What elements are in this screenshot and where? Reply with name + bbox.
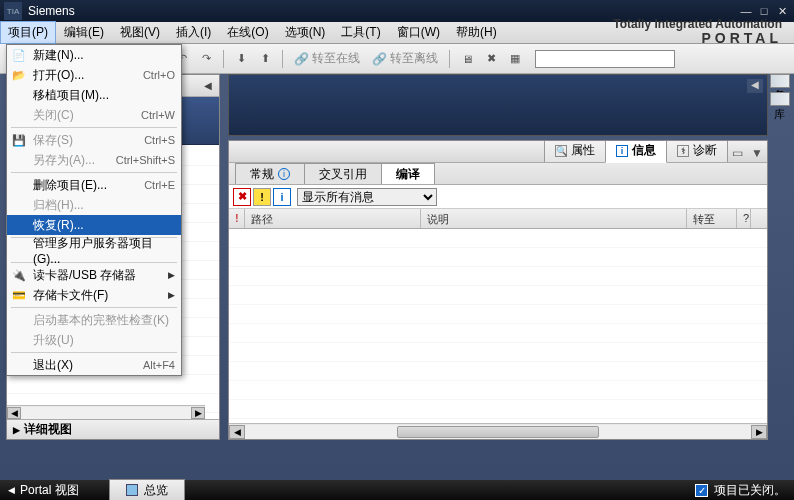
inspector-tabs: 🔍属性 i信息 ⚕诊断 ▭ ▼ [229, 141, 767, 163]
subtab-compile-label: 编译 [396, 166, 420, 183]
tab-properties[interactable]: 🔍属性 [544, 140, 606, 162]
menu-window[interactable]: 窗口(W) [389, 21, 448, 44]
menu-archive-label: 归档(H)... [33, 197, 175, 214]
detail-view-header[interactable]: ▶ 详细视图 [7, 419, 219, 439]
go-offline-label: 转至离线 [390, 50, 438, 67]
subtab-compile[interactable]: 编译 [381, 163, 435, 184]
collapse-inspector-icon[interactable]: ▼ [747, 144, 767, 162]
message-columns: ! 路径 说明 转至 ? [229, 209, 767, 229]
subtab-xref-label: 交叉引用 [319, 166, 367, 183]
scroll-left-icon[interactable]: ◀ [229, 425, 245, 439]
menu-project[interactable]: 项目(P) [0, 21, 56, 44]
info-icon: i [616, 145, 628, 157]
brand-label: Totally Integrated Automation PORTAL [613, 18, 782, 47]
scroll-track[interactable] [21, 407, 191, 419]
menu-archive[interactable]: 归档(H)... [7, 195, 181, 215]
menu-delete-shortcut: Ctrl+E [144, 179, 175, 191]
menu-help[interactable]: 帮助(H) [448, 21, 505, 44]
message-filter-select[interactable]: 显示所有消息 [297, 188, 437, 206]
menu-exit-label: 退出(X) [33, 357, 143, 374]
menu-edit[interactable]: 编辑(E) [56, 21, 112, 44]
collapse-editor-icon[interactable]: ◀ [747, 79, 763, 93]
menu-restore[interactable]: 恢复(R)... [7, 215, 181, 235]
portal-view-label: Portal 视图 [20, 482, 79, 499]
tool-redo-icon[interactable]: ↷ [196, 49, 216, 69]
submenu-arrow-icon: ▶ [168, 270, 175, 280]
chevron-left-icon: ◀ [8, 485, 15, 495]
side-tab-tasks[interactable]: 任务 [770, 74, 790, 88]
scroll-thumb[interactable] [397, 426, 599, 438]
menu-close[interactable]: 关闭(C)Ctrl+W [7, 105, 181, 125]
info-badge-icon: i [278, 168, 290, 180]
diag-icon: ⚕ [677, 145, 689, 157]
subtab-general[interactable]: 常规i [235, 163, 305, 184]
filter-error-icon[interactable]: ✖ [233, 188, 251, 206]
menu-save-as[interactable]: 另存为(A)...Ctrl+Shift+S [7, 150, 181, 170]
menu-online[interactable]: 在线(O) [219, 21, 276, 44]
col-marker[interactable]: ! [229, 209, 245, 228]
menu-tools[interactable]: 工具(T) [333, 21, 388, 44]
menu-open[interactable]: 📂打开(O)...Ctrl+O [7, 65, 181, 85]
tool-upload-icon[interactable]: ⬆ [255, 49, 275, 69]
inspector-h-scrollbar[interactable]: ◀ ▶ [229, 423, 767, 439]
scroll-left-icon[interactable]: ◀ [7, 407, 21, 419]
col-path[interactable]: 路径 [245, 209, 421, 228]
side-tab-library[interactable]: 库 [770, 92, 790, 106]
menu-migrate[interactable]: 移植项目(M)... [7, 85, 181, 105]
menu-close-label: 关闭(C) [33, 107, 141, 124]
menu-options[interactable]: 选项(N) [277, 21, 334, 44]
menu-mem-card-label: 存储卡文件(F) [33, 287, 168, 304]
scroll-right-icon[interactable]: ▶ [751, 425, 767, 439]
tool-device-icon[interactable]: 🖥 [457, 49, 477, 69]
menu-open-shortcut: Ctrl+O [143, 69, 175, 81]
usb-icon: 🔌 [11, 267, 27, 283]
filter-info-icon[interactable]: i [273, 188, 291, 206]
menu-manage-multi[interactable]: 管理多用户服务器项目(G)... [7, 240, 181, 260]
maximize-button[interactable]: □ [756, 4, 772, 18]
minimize-button[interactable]: — [738, 4, 754, 18]
search-input[interactable] [535, 50, 675, 68]
go-online-label: 转至在线 [312, 50, 360, 67]
menu-view[interactable]: 视图(V) [112, 21, 168, 44]
menu-insert[interactable]: 插入(I) [168, 21, 219, 44]
menu-integrity[interactable]: 启动基本的完整性检查(K) [7, 310, 181, 330]
inspector-panel: 🔍属性 i信息 ⚕诊断 ▭ ▼ 常规i 交叉引用 编译 ✖ ! i 显示所有消息… [228, 140, 768, 440]
col-help[interactable]: ? [737, 209, 751, 228]
menubar: 项目(P) 编辑(E) 视图(V) 插入(I) 在线(O) 选项(N) 工具(T… [0, 22, 794, 44]
menu-upgrade[interactable]: 升级(U) [7, 330, 181, 350]
detail-view-label: 详细视图 [24, 421, 72, 438]
go-offline-button[interactable]: 🔗 转至离线 [368, 50, 442, 67]
filter-warning-icon[interactable]: ! [253, 188, 271, 206]
portal-view-button[interactable]: ◀ Portal 视图 [8, 482, 79, 499]
menu-new[interactable]: 📄新建(N)... [7, 45, 181, 65]
tool-download-icon[interactable]: ⬇ [231, 49, 251, 69]
menu-separator [11, 352, 177, 353]
editor-area: ◀ [228, 74, 768, 136]
menu-exit[interactable]: 退出(X)Alt+F4 [7, 355, 181, 375]
menu-save[interactable]: 💾保存(S)Ctrl+S [7, 130, 181, 150]
col-goto[interactable]: 转至 [687, 209, 737, 228]
overview-tab[interactable]: 总览 [109, 479, 185, 501]
menu-separator [11, 127, 177, 128]
menu-card-reader[interactable]: 🔌读卡器/USB 存储器▶ [7, 265, 181, 285]
scroll-track[interactable] [245, 425, 751, 439]
tree-h-scrollbar[interactable]: ◀ ▶ [7, 405, 205, 419]
layout-toggle-icon[interactable]: ▭ [727, 144, 747, 162]
subtab-general-label: 常规 [250, 166, 274, 183]
status-right: ✓ 项目已关闭。 [695, 482, 786, 499]
menu-delete[interactable]: 删除项目(E)...Ctrl+E [7, 175, 181, 195]
tool-cross-icon[interactable]: ✖ [481, 49, 501, 69]
tool-layout-icon[interactable]: ▦ [505, 49, 525, 69]
subtab-xref[interactable]: 交叉引用 [304, 163, 382, 184]
tab-info[interactable]: i信息 [605, 140, 667, 163]
open-icon: 📂 [11, 67, 27, 83]
collapse-left-icon[interactable]: ◀ [197, 80, 219, 91]
close-button[interactable]: ✕ [774, 4, 790, 18]
menu-save-as-shortcut: Ctrl+Shift+S [116, 154, 175, 166]
go-online-button[interactable]: 🔗 转至在线 [290, 50, 364, 67]
menu-mem-card[interactable]: 💳存储卡文件(F)▶ [7, 285, 181, 305]
menu-separator [11, 307, 177, 308]
scroll-right-icon[interactable]: ▶ [191, 407, 205, 419]
tab-diagnostics[interactable]: ⚕诊断 [666, 140, 728, 162]
col-desc[interactable]: 说明 [421, 209, 687, 228]
